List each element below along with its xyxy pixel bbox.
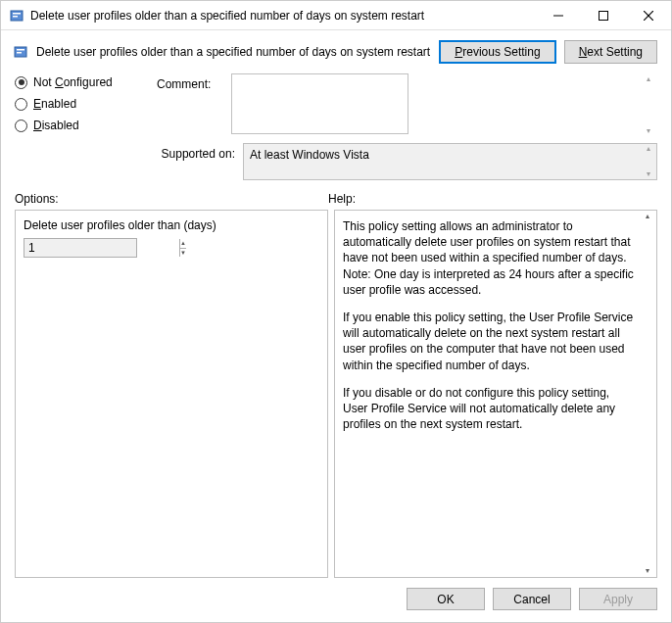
state-radios: Not Configured Enabled Disabled <box>15 73 147 180</box>
close-button[interactable] <box>626 1 671 29</box>
radio-label: Not Configured <box>33 75 113 89</box>
help-text: This policy setting allows an administra… <box>343 218 637 432</box>
apply-button[interactable]: Apply <box>579 588 657 610</box>
maximize-button[interactable] <box>581 1 626 29</box>
option-setting-label: Delete user profiles older than (days) <box>24 218 319 232</box>
help-paragraph: If you enable this policy setting, the U… <box>343 310 637 373</box>
svg-rect-8 <box>17 49 24 51</box>
radio-icon <box>15 98 27 111</box>
supported-label: Supported on: <box>157 143 235 161</box>
radio-disabled[interactable]: Disabled <box>15 119 147 132</box>
svg-rect-2 <box>13 16 18 18</box>
footer: OK Cancel Apply <box>1 578 671 622</box>
radio-icon <box>15 120 27 132</box>
policy-title: Delete user profiles older than a specif… <box>36 45 431 59</box>
svg-rect-1 <box>13 13 21 15</box>
titlebar: Delete user profiles older than a specif… <box>1 1 671 30</box>
window-title: Delete user profiles older than a specif… <box>30 9 536 23</box>
svg-rect-9 <box>17 52 22 54</box>
svg-rect-4 <box>600 11 608 20</box>
previous-setting-button[interactable]: Previous Setting <box>439 40 555 64</box>
days-spinner[interactable]: ▲ ▼ <box>24 238 137 258</box>
section-labels: Options: Help: <box>1 192 671 206</box>
options-panel: Delete user profiles older than (days) ▲… <box>15 210 328 578</box>
header: Delete user profiles older than a specif… <box>1 30 671 73</box>
policy-setting-icon <box>13 44 28 60</box>
radio-label: Enabled <box>33 97 76 111</box>
help-scrollbar[interactable]: ▴▾ <box>640 212 655 576</box>
radio-not-configured[interactable]: Not Configured <box>15 75 147 89</box>
supported-on-field: At least Windows Vista <box>243 143 657 180</box>
policy-setting-icon <box>9 8 24 24</box>
help-heading: Help: <box>328 192 657 206</box>
minimize-button[interactable] <box>536 1 581 29</box>
radio-label: Disabled <box>33 119 79 132</box>
days-input[interactable] <box>24 239 179 257</box>
ok-button[interactable]: OK <box>407 588 485 610</box>
help-paragraph: This policy setting allows an administra… <box>343 218 637 298</box>
next-setting-button[interactable]: Next Setting <box>564 40 657 64</box>
help-paragraph: If you disable or do not configure this … <box>343 385 637 433</box>
body-row: Delete user profiles older than (days) ▲… <box>1 210 671 578</box>
help-panel: This policy setting allows an administra… <box>334 210 657 578</box>
radio-icon <box>15 76 27 89</box>
options-heading: Options: <box>15 192 328 206</box>
comment-label: Comment: <box>157 73 223 91</box>
spinner-down-icon[interactable]: ▼ <box>180 249 186 258</box>
radio-enabled[interactable]: Enabled <box>15 97 147 111</box>
upper-section: Not Configured Enabled Disabled Comment:… <box>1 73 671 188</box>
spinner-up-icon[interactable]: ▲ <box>180 239 186 249</box>
cancel-button[interactable]: Cancel <box>493 588 571 610</box>
comment-field[interactable] <box>231 73 408 134</box>
meta-column: Comment: ▴▾ Supported on: At least Windo… <box>157 73 657 180</box>
